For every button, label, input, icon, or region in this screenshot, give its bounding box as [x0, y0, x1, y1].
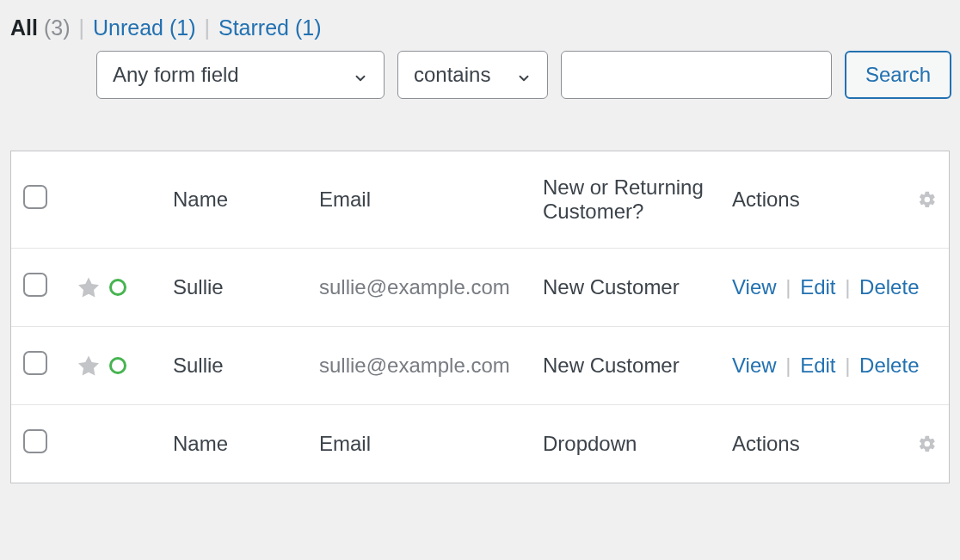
unread-status-icon[interactable]	[109, 357, 126, 374]
filter-separator: |	[77, 15, 86, 40]
star-icon[interactable]	[78, 277, 99, 298]
edit-link[interactable]: Edit	[800, 275, 835, 298]
row-checkbox[interactable]	[23, 273, 47, 297]
search-field-value: Any form field	[113, 63, 239, 87]
cell-name: Sullie	[161, 249, 307, 327]
table-footer-row: Name Email Dropdown Actions	[11, 405, 949, 483]
footer-column-actions: Actions	[720, 405, 906, 483]
table-header-row: Name Email New or Returning Customer? Ac…	[11, 151, 949, 249]
select-all-checkbox-footer[interactable]	[23, 429, 47, 453]
search-field-select[interactable]: Any form field	[96, 51, 385, 99]
column-header-email[interactable]: Email	[307, 151, 531, 249]
cell-actions: View | Edit | Delete	[720, 249, 949, 327]
filter-all-label: All	[10, 15, 38, 40]
entries-table: Name Email New or Returning Customer? Ac…	[11, 151, 949, 483]
cell-actions: View | Edit | Delete	[720, 327, 949, 405]
filter-tabs: All (3) | Unread (1) | Starred (1)	[10, 15, 321, 40]
table-settings-button-footer[interactable]	[906, 405, 949, 483]
search-term-input[interactable]	[561, 51, 832, 99]
cell-name: Sullie	[161, 327, 307, 405]
chevron-down-icon	[353, 67, 368, 83]
star-icon[interactable]	[78, 355, 99, 376]
footer-column-customer: Dropdown	[531, 405, 720, 483]
delete-link[interactable]: Delete	[859, 354, 919, 377]
gear-icon	[918, 434, 937, 453]
filter-starred-label: Starred	[218, 15, 289, 40]
search-button[interactable]: Search	[845, 51, 951, 99]
row-checkbox[interactable]	[23, 351, 47, 375]
entries-table-card: Name Email New or Returning Customer? Ac…	[10, 151, 950, 483]
action-separator: |	[782, 275, 794, 298]
filter-starred[interactable]: Starred (1)	[218, 15, 322, 40]
table-row: Sullie sullie@example.com New Customer V…	[11, 327, 949, 405]
column-header-customer[interactable]: New or Returning Customer?	[531, 151, 720, 249]
view-link[interactable]: View	[732, 275, 777, 298]
filter-all-count: (3)	[44, 15, 71, 40]
gear-icon	[918, 190, 937, 209]
filter-starred-count: (1)	[295, 15, 322, 40]
column-header-name[interactable]: Name	[161, 151, 307, 249]
action-separator: |	[841, 275, 853, 298]
filter-unread-count: (1)	[169, 15, 196, 40]
action-separator: |	[841, 354, 853, 377]
filter-all[interactable]: All (3)	[10, 15, 70, 40]
view-link[interactable]: View	[732, 354, 777, 377]
search-operator-value: contains	[414, 63, 490, 87]
filter-separator: |	[202, 15, 212, 40]
table-row: Sullie sullie@example.com New Customer V…	[11, 249, 949, 327]
cell-email: sullie@example.com	[307, 327, 531, 405]
footer-column-name: Name	[161, 405, 307, 483]
cell-customer: New Customer	[531, 249, 720, 327]
filter-unread-label: Unread	[93, 15, 163, 40]
column-header-actions: Actions	[720, 151, 906, 249]
delete-link[interactable]: Delete	[859, 275, 919, 298]
action-separator: |	[782, 354, 794, 377]
select-all-checkbox[interactable]	[23, 185, 47, 209]
chevron-down-icon	[516, 67, 532, 83]
edit-link[interactable]: Edit	[800, 354, 835, 377]
footer-column-email: Email	[307, 405, 531, 483]
cell-email: sullie@example.com	[307, 249, 531, 327]
unread-status-icon[interactable]	[109, 279, 126, 296]
filter-unread[interactable]: Unread (1)	[93, 15, 196, 40]
cell-customer: New Customer	[531, 327, 720, 405]
table-settings-button[interactable]	[906, 151, 949, 249]
search-operator-select[interactable]: contains	[397, 51, 548, 99]
